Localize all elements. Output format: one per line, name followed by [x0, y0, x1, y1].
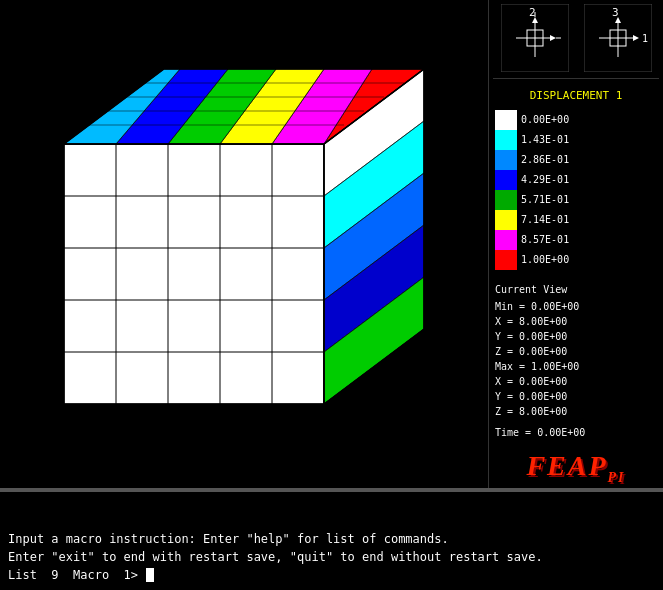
legend-title: DISPLACEMENT 1: [495, 89, 657, 102]
cv-z2: Z = 8.00E+00: [495, 404, 657, 419]
color-swatch-6: [495, 230, 517, 250]
cv-z1: Z = 0.00E+00: [495, 344, 657, 359]
axis-view-3: 3 1: [584, 4, 652, 72]
color-swatch-4: [495, 190, 517, 210]
terminal-line-1: Input a macro instruction: Enter "help" …: [8, 530, 655, 548]
terminal: Input a macro instruction: Enter "help" …: [0, 490, 663, 590]
color-label-3: 4.29E-01: [521, 170, 569, 190]
terminal-line-2: Enter "exit" to end with restart save, "…: [8, 548, 655, 566]
feap-logo: FEAPPI: [493, 444, 659, 488]
color-bar: 0.00E+001.43E-012.86E-014.29E-015.71E-01…: [495, 110, 657, 270]
color-swatches: [495, 110, 517, 270]
cv-title: Current View: [495, 282, 657, 297]
legend-area: DISPLACEMENT 1 0.00E+001.43E-012.86E-014…: [493, 85, 659, 444]
cv-y2: Y = 0.00E+00: [495, 389, 657, 404]
cv-min: Min = 0.00E+00: [495, 299, 657, 314]
sidebar: 2: [488, 0, 663, 488]
viewport: 2: [0, 0, 663, 490]
color-label-0: 0.00E+00: [521, 110, 569, 130]
color-swatch-2: [495, 150, 517, 170]
color-swatch-3: [495, 170, 517, 190]
color-label-7: 1.00E+00: [521, 250, 569, 270]
color-label-1: 1.43E-01: [521, 130, 569, 150]
color-swatch-1: [495, 130, 517, 150]
cv-x2: X = 0.00E+00: [495, 374, 657, 389]
color-label-6: 8.57E-01: [521, 230, 569, 250]
color-swatch-0: [495, 110, 517, 130]
axis-view-2: 2: [501, 4, 569, 72]
color-label-2: 2.86E-01: [521, 150, 569, 170]
cv-x1: X = 8.00E+00: [495, 314, 657, 329]
cv-max: Max = 1.00E+00: [495, 359, 657, 374]
cube-visualization: [14, 14, 474, 474]
terminal-cursor: [146, 568, 154, 582]
svg-text:1: 1: [642, 33, 648, 44]
color-label-4: 5.71E-01: [521, 190, 569, 210]
axis-views: 2: [493, 4, 659, 79]
cv-y1: Y = 0.00E+00: [495, 329, 657, 344]
canvas-area: [0, 0, 488, 488]
svg-rect-0: [64, 144, 324, 404]
terminal-prompt-line: List 9 Macro 1>: [8, 566, 655, 584]
current-view-info: Current View Min = 0.00E+00 X = 8.00E+00…: [495, 282, 657, 440]
terminal-prompt: List 9 Macro 1>: [8, 566, 145, 584]
color-label-5: 7.14E-01: [521, 210, 569, 230]
color-swatch-7: [495, 250, 517, 270]
feap-logo-text: FEAPPI: [526, 450, 625, 481]
feap-sub: PI: [608, 470, 626, 485]
main-container: 2: [0, 0, 663, 590]
svg-text:3: 3: [612, 6, 619, 19]
color-swatch-5: [495, 210, 517, 230]
cv-time: Time = 0.00E+00: [495, 425, 657, 440]
color-labels: 0.00E+001.43E-012.86E-014.29E-015.71E-01…: [521, 110, 569, 270]
